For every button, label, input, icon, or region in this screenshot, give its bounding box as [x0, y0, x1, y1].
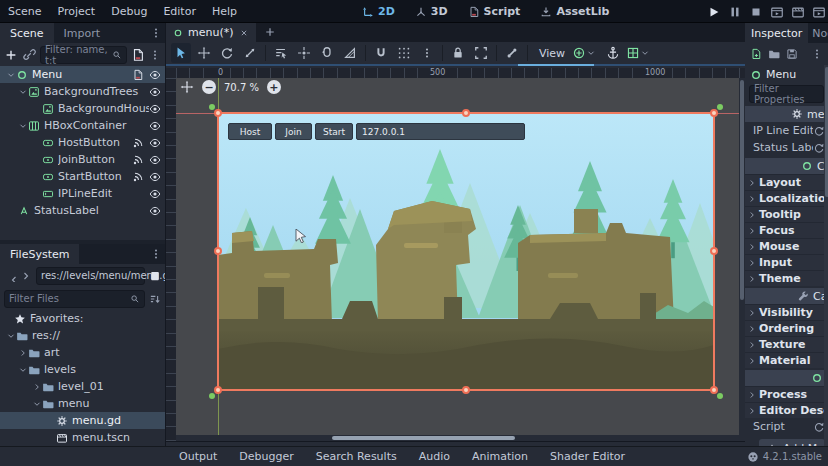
fs-item-menu-folder[interactable]: menu	[0, 395, 165, 412]
tool-ruler[interactable]	[340, 43, 360, 63]
scene-tree-item-menu[interactable]: Menu	[0, 66, 165, 83]
visibility-eye-icon[interactable]	[149, 154, 161, 166]
workspace-assetlib[interactable]: AssetLib	[534, 5, 615, 18]
selection-handle-tl[interactable]	[214, 109, 222, 117]
nav-forward-button[interactable]	[20, 270, 32, 282]
instance-scene-button[interactable]	[22, 48, 36, 62]
movie-mode-button[interactable]	[812, 5, 826, 19]
tab-import[interactable]: Import	[54, 23, 111, 43]
selection-handle-bm[interactable]	[462, 386, 470, 394]
workspace-script[interactable]: Script	[462, 5, 527, 18]
scene-tree-item-hostbutton[interactable]: HostButton	[0, 134, 165, 151]
selection-handle-tr[interactable]	[710, 109, 718, 117]
skeleton-options-button[interactable]	[502, 43, 522, 63]
menu-debug[interactable]: Debug	[103, 5, 155, 18]
visibility-eye-icon[interactable]	[149, 137, 161, 149]
fs-item-level-01[interactable]: level_01	[0, 378, 165, 395]
property-script[interactable]: Script	[745, 418, 828, 435]
scene-tree-item-backgroundtrees[interactable]: BackgroundTrees	[0, 83, 165, 100]
scene-tree-item-startbutton[interactable]: StartButton	[0, 168, 165, 185]
play-scene-button[interactable]	[770, 5, 784, 19]
scene-tree-menu-button[interactable]	[149, 49, 161, 61]
fs-item-res-root[interactable]: res://	[0, 327, 165, 344]
scene-tree-item-iplineedit[interactable]: IPLineEdit	[0, 185, 165, 202]
zoom-level[interactable]: 70.7 %	[224, 82, 259, 93]
menu-editor[interactable]: Editor	[155, 5, 204, 18]
canvas-viewport[interactable]: Host Join Start 127.0.0.1	[166, 68, 745, 441]
expander-icon[interactable]	[32, 399, 42, 409]
category-visibility[interactable]: Visibility	[745, 304, 828, 320]
scene-tree-item-joinbutton[interactable]: JoinButton	[0, 151, 165, 168]
category-ordering[interactable]: Ordering	[745, 320, 828, 336]
visibility-eye-icon[interactable]	[149, 69, 161, 81]
category-process[interactable]: Process	[745, 386, 828, 402]
visibility-eye-icon[interactable]	[149, 120, 161, 132]
tool-move[interactable]	[194, 43, 214, 63]
fs-item-menu-tscn[interactable]: menu.tscn	[0, 429, 165, 446]
new-resource-icon[interactable]	[750, 48, 762, 60]
zoom-out-button[interactable]: −	[202, 80, 216, 94]
scene-tab-menu[interactable]: menu(*)	[166, 23, 256, 42]
visibility-eye-icon[interactable]	[149, 103, 161, 115]
scene-tree-item-statuslabel[interactable]: StatusLabel	[0, 202, 165, 219]
section-script-menu-gd[interactable]: menu.gd	[745, 106, 828, 122]
toggle-smart-snap[interactable]	[371, 43, 391, 63]
pause-button[interactable]	[728, 5, 742, 19]
expander-icon[interactable]	[18, 348, 28, 358]
expander-icon[interactable]	[32, 382, 42, 392]
lock-selected-button[interactable]	[448, 43, 468, 63]
load-resource-icon[interactable]	[768, 48, 780, 60]
expander-icon[interactable]	[6, 70, 16, 80]
tab-inspector[interactable]: Inspector	[745, 23, 808, 43]
save-resource-icon[interactable]	[786, 48, 798, 60]
fs-item-menu-gd[interactable]: menu.gd	[0, 412, 165, 429]
category-tooltip[interactable]: Tooltip	[745, 206, 828, 222]
scene-tree-item-hboxcontainer[interactable]: HBoxContainer	[0, 117, 165, 134]
bottom-tab-output[interactable]: Output	[170, 450, 226, 463]
tab-filesystem[interactable]: FileSystem	[0, 244, 79, 264]
snap-options-menu[interactable]	[417, 43, 437, 63]
new-scene-tab-button[interactable]	[260, 22, 280, 42]
category-material[interactable]: Material	[745, 352, 828, 368]
add-metadata-button[interactable]: Add Metadata	[759, 439, 825, 446]
scene-tree-item-backgroundhouses[interactable]: BackgroundHouses	[0, 100, 165, 117]
section-canvasitem-class[interactable]: CanvasItem	[745, 288, 828, 304]
tool-pan[interactable]	[317, 43, 337, 63]
expand-grid-button[interactable]	[628, 43, 648, 63]
toggle-grid-snap[interactable]	[394, 43, 414, 63]
anchor-preset-button[interactable]	[574, 43, 594, 63]
current-path-field[interactable]: res://levels/menu/menu.gd	[36, 267, 145, 285]
tab-node[interactable]: Node	[808, 23, 828, 43]
game-start-button[interactable]: Start	[315, 123, 353, 140]
toggle-split-mode-button[interactable]	[149, 270, 161, 282]
inspector-menu-icon[interactable]	[811, 48, 823, 60]
filter-files-input[interactable]: Filter Files	[4, 290, 145, 308]
selection-handle-br[interactable]	[710, 386, 718, 394]
signal-connection-icon[interactable]	[132, 171, 144, 183]
expander-icon[interactable]	[18, 365, 28, 375]
menu-help[interactable]: Help	[204, 5, 245, 18]
signal-connection-icon[interactable]	[132, 154, 144, 166]
inspector-scrollbar[interactable]	[824, 65, 828, 446]
section-control-class[interactable]: Control	[745, 158, 828, 174]
visibility-eye-icon[interactable]	[149, 188, 161, 200]
property-status-label[interactable]: Status Label	[745, 139, 828, 156]
filter-properties-input[interactable]: Filter Properties	[749, 85, 824, 103]
fs-item-art[interactable]: art	[0, 344, 165, 361]
script-badge-icon[interactable]	[132, 69, 144, 81]
selection-handle-tm[interactable]	[462, 109, 470, 117]
bottom-tab-shader-editor[interactable]: Shader Editor	[541, 450, 634, 463]
selection-handle-mr[interactable]	[710, 247, 718, 255]
category-editor-description[interactable]: Editor Description	[745, 402, 828, 418]
visibility-eye-icon[interactable]	[149, 171, 161, 183]
nav-back-button[interactable]	[4, 270, 16, 282]
tool-rotate[interactable]	[217, 43, 237, 63]
menu-project[interactable]: Project	[50, 5, 104, 18]
category-mouse[interactable]: Mouse	[745, 238, 828, 254]
scene-filter-input[interactable]: Filter: name, t:t	[40, 46, 127, 64]
category-input[interactable]: Input	[745, 254, 828, 270]
workspace-2d[interactable]: 2D	[356, 5, 401, 18]
tool-scale[interactable]	[240, 43, 260, 63]
workspace-3d[interactable]: 3D	[409, 5, 454, 18]
section-node-class[interactable]: Node	[745, 370, 828, 386]
